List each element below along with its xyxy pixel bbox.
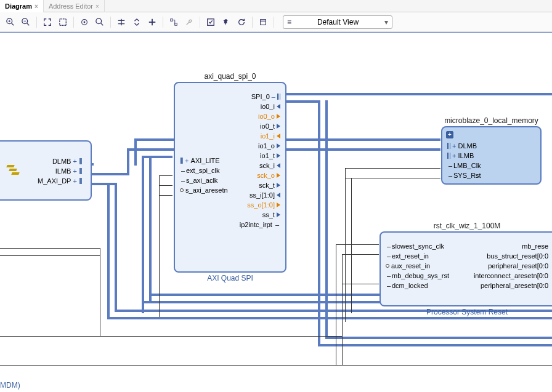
- port-lmb-clk[interactable]: –LMB_Clk: [442, 161, 486, 170]
- port-m-axi-dp[interactable]: M_AXI_DP +: [33, 176, 87, 186]
- port-spi-0[interactable]: SPI_0 –: [235, 92, 285, 102]
- svg-line-5: [27, 23, 30, 25]
- port-io0-o[interactable]: io0_o: [235, 111, 285, 121]
- align-h-icon[interactable]: [115, 15, 128, 29]
- expand-icon[interactable]: +: [446, 131, 453, 138]
- xilinx-logo-icon: [7, 165, 20, 176]
- align-v-icon[interactable]: [130, 15, 144, 29]
- block-local-memory[interactable]: microblaze_0_local_memory + + DLMB + ILM…: [441, 126, 542, 185]
- port-slowest-sync-clk[interactable]: –slowest_sync_clk: [381, 241, 454, 251]
- block-axi-quad-spi[interactable]: axi_quad_spi_0 AXI Quad SPI + AXI_LITE –…: [174, 82, 286, 273]
- diagram-canvas[interactable]: DLMB + ILMB + M_AXI_DP + axi_quad_spi_0 …: [0, 32, 552, 392]
- port-dcm-locked[interactable]: –dcm_locked: [381, 281, 454, 290]
- port-dlmb[interactable]: DLMB +: [33, 156, 87, 166]
- port-ss-t[interactable]: ss_t: [235, 210, 285, 220]
- close-icon[interactable]: ×: [34, 3, 38, 10]
- tab-bar: Diagram × Address Editor ×: [0, 0, 552, 12]
- toolbar: ≡ Default View ▾: [0, 12, 552, 32]
- svg-rect-17: [171, 18, 173, 21]
- search-icon[interactable]: [93, 15, 107, 29]
- port-sck-t[interactable]: sck_t: [235, 180, 285, 190]
- zoom-out-icon[interactable]: [19, 15, 33, 29]
- svg-rect-18: [175, 23, 177, 25]
- port-sck-o[interactable]: sck_o: [235, 170, 285, 180]
- port-ss-o[interactable]: ss_o[1:0]: [235, 200, 285, 210]
- validate-icon[interactable]: [204, 15, 217, 29]
- port-s-axi-aclk[interactable]: –s_axi_aclk: [175, 175, 233, 185]
- port-io1-o[interactable]: io1_o: [235, 141, 285, 151]
- port-ilmb[interactable]: + ILMB: [442, 151, 486, 161]
- zoom-in-icon[interactable]: [4, 15, 17, 29]
- wrench-icon[interactable]: [182, 15, 196, 29]
- port-io1-t[interactable]: io1_t: [235, 151, 285, 161]
- svg-line-1: [12, 23, 14, 25]
- add-icon[interactable]: [145, 15, 159, 29]
- port-peripheral-reset[interactable]: peripheral_reset[0:0: [469, 261, 552, 271]
- menu-icon: ≡: [287, 18, 291, 26]
- port-ext-reset-in[interactable]: –ext_reset_in: [381, 251, 454, 261]
- view-select[interactable]: ≡ Default View ▾: [283, 15, 392, 29]
- fit-icon[interactable]: [41, 15, 54, 29]
- port-sck-i[interactable]: sck_i: [235, 161, 285, 170]
- block-caption: Processor System Reset: [381, 308, 552, 316]
- block-microblaze[interactable]: DLMB + ILMB + M_AXI_DP +: [0, 140, 92, 201]
- port-mb-debug-sys-rst[interactable]: –mb_debug_sys_rst: [381, 271, 454, 281]
- port-axi-lite[interactable]: + AXI_LITE: [175, 156, 233, 166]
- port-bus-struct-reset[interactable]: bus_struct_reset[0:0: [469, 251, 552, 261]
- tab-address-editor[interactable]: Address Editor ×: [44, 0, 105, 12]
- svg-rect-20: [261, 19, 266, 25]
- block-rst-clk-wiz[interactable]: rst_clk_wiz_1_100M Processor System Rese…: [380, 231, 552, 306]
- port-io0-t[interactable]: io0_t: [235, 121, 285, 131]
- pin-icon[interactable]: [219, 15, 233, 29]
- port-interconnect-aresetn[interactable]: interconnect_aresetn[0:0: [469, 271, 552, 281]
- auto-connect-icon[interactable]: [167, 15, 181, 29]
- port-ss-i[interactable]: ss_i[1:0]: [235, 190, 285, 200]
- refresh-icon[interactable]: [235, 15, 248, 29]
- close-icon[interactable]: ×: [95, 3, 99, 10]
- tab-label: Address Editor: [49, 2, 93, 10]
- port-peripheral-aresetn[interactable]: peripheral_aresetn[0:0: [469, 281, 552, 290]
- tab-label: Diagram: [5, 2, 32, 10]
- expand-icon[interactable]: [56, 15, 70, 29]
- port-ip2intc-irpt[interactable]: ip2intc_irpt –: [235, 220, 285, 230]
- svg-point-10: [96, 18, 102, 23]
- port-ext-spi-clk[interactable]: –ext_spi_clk: [175, 166, 233, 175]
- mdm-caption: MDM): [0, 381, 20, 390]
- port-sys-rst[interactable]: –SYS_Rst: [442, 170, 486, 180]
- svg-point-9: [84, 22, 85, 23]
- port-ilmb[interactable]: ILMB +: [33, 166, 87, 176]
- view-select-label: Default View: [317, 18, 359, 26]
- port-io0-i[interactable]: io0_i: [235, 102, 285, 111]
- port-s-axi-aresetn[interactable]: s_axi_aresetn: [175, 185, 233, 195]
- block-caption: AXI Quad SPI: [175, 274, 285, 282]
- port-mb-reset[interactable]: mb_rese: [469, 241, 552, 251]
- block-title: microblaze_0_local_memory: [442, 116, 540, 125]
- svg-rect-7: [60, 18, 67, 25]
- svg-line-11: [101, 23, 104, 25]
- port-aux-reset-in[interactable]: aux_reset_in: [381, 261, 454, 271]
- block-title: axi_quad_spi_0: [175, 72, 285, 81]
- target-icon[interactable]: [78, 15, 91, 29]
- port-dlmb[interactable]: + DLMB: [442, 141, 486, 151]
- settings-icon[interactable]: [256, 15, 270, 29]
- chevron-down-icon: ▾: [384, 18, 388, 26]
- block-title: rst_clk_wiz_1_100M: [381, 222, 552, 230]
- port-io1-i[interactable]: io1_i: [235, 131, 285, 141]
- tab-diagram[interactable]: Diagram ×: [0, 0, 44, 12]
